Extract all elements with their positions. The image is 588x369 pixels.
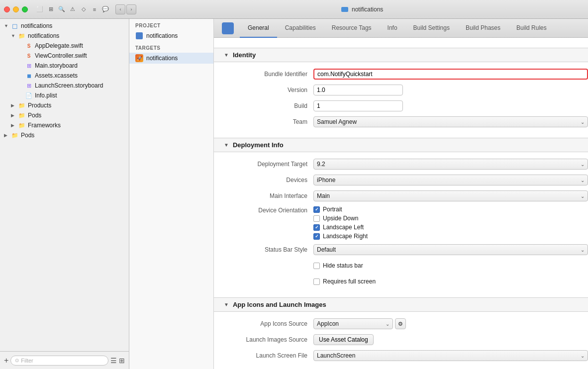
- target-item-label: notifications: [146, 55, 178, 62]
- fullscreen-control: Requires full screen: [313, 278, 588, 285]
- landscapeleft-checkbox[interactable]: [313, 224, 320, 231]
- sidebar-item-appdelegate[interactable]: S AppDelegate.swift: [0, 41, 129, 51]
- toolbar-icons: ⬜ ⊞ 🔍 ⚠ ◇ ≡ 💬: [36, 5, 109, 13]
- build-input[interactable]: [313, 100, 403, 111]
- disclosure-arrow: ▶: [11, 113, 18, 118]
- landscaperight-label: Landscape Right: [323, 233, 368, 240]
- tab-resource-tags[interactable]: Resource Tags: [324, 19, 380, 38]
- sidebar-item-viewcontroller[interactable]: S ViewController.swift: [0, 51, 129, 61]
- window-title: notifications: [140, 6, 584, 13]
- search-icon[interactable]: 🔍: [58, 5, 66, 13]
- use-asset-catalog-button[interactable]: Use Asset Catalog: [313, 334, 374, 345]
- grid-icon[interactable]: ⊞: [47, 5, 55, 13]
- project-section-header: PROJECT: [129, 19, 213, 30]
- file-navigator: ▼ ◻ notifications ▼ 📁 notifications S Ap…: [0, 19, 129, 369]
- icons-source-gear-button[interactable]: ⚙: [395, 318, 406, 329]
- comment-icon[interactable]: 💬: [101, 5, 109, 13]
- list-view-icon[interactable]: ☰: [110, 357, 117, 365]
- close-button[interactable]: [4, 6, 10, 12]
- app-icons-section-title: App Icons and Launch Images: [233, 301, 326, 308]
- identity-section-title: Identity: [233, 51, 256, 59]
- bundle-identifier-input[interactable]: [313, 69, 588, 80]
- statusbar-select[interactable]: Default ⌄: [313, 244, 588, 255]
- identity-section: ▼ Identity Bundle Identifier Version: [214, 48, 588, 138]
- folder-icon: 📁: [11, 131, 19, 139]
- tab-info[interactable]: Info: [380, 19, 405, 38]
- expand-icon[interactable]: ⊞: [119, 357, 125, 365]
- sidebar-item-launchscreen[interactable]: ⊞ LaunchScreen.storyboard: [0, 81, 129, 91]
- team-select[interactable]: Samuel Agnew ⌄: [313, 116, 588, 127]
- project-icon: ◻: [11, 22, 19, 30]
- orientation-upsidedown-row: Upside Down: [313, 215, 588, 222]
- upsidedown-checkbox[interactable]: [313, 215, 320, 222]
- bookmark-icon[interactable]: ◇: [80, 5, 88, 13]
- sidebar-item-pods-root[interactable]: ▶ 📁 Pods: [0, 130, 129, 140]
- identity-disclosure[interactable]: ▼: [224, 52, 229, 58]
- deployment-target-row: Deployment Target 9.2 ⌄: [214, 158, 588, 170]
- sidebar-item-notifications-folder[interactable]: ▼ 📁 notifications: [0, 31, 129, 41]
- sidebar-footer: + ⊙ Filter ☰ ⊞: [0, 351, 129, 369]
- team-select-value: Samuel Agnew: [317, 118, 579, 125]
- deployment-section-title: Deployment Info: [233, 141, 284, 149]
- titlebar: ⬜ ⊞ 🔍 ⚠ ◇ ≡ 💬 ‹ › notifications: [0, 0, 588, 19]
- minimize-button[interactable]: [13, 6, 19, 12]
- sidebar-item-mainstoryboard[interactable]: ⊞ Main.storyboard: [0, 61, 129, 71]
- file-tree: ▼ ◻ notifications ▼ 📁 notifications S Ap…: [0, 19, 129, 351]
- devices-chevron-icon: ⌄: [581, 178, 585, 183]
- target-item-notifications[interactable]: 🚀 notifications: [129, 53, 213, 64]
- project-item-notifications[interactable]: notifications: [129, 30, 213, 41]
- orientation-landscaperight-row: Landscape Right: [313, 233, 588, 240]
- folder-icon: 📁: [18, 101, 26, 109]
- swift-file-icon: S: [25, 42, 33, 50]
- app-icons-disclosure[interactable]: ▼: [224, 302, 229, 307]
- sidebar-item-frameworks[interactable]: ▶ 📁 Frameworks: [0, 120, 129, 130]
- orientation-portrait-row: Portrait: [313, 206, 588, 213]
- tab-general[interactable]: General: [240, 19, 277, 38]
- back-button[interactable]: ‹: [115, 4, 125, 14]
- sidebar-item-infoplist[interactable]: 📄 Info.plist: [0, 91, 129, 100]
- deployment-target-select[interactable]: 9.2 ⌄: [313, 159, 588, 170]
- add-button[interactable]: +: [4, 357, 8, 365]
- filter-input-container[interactable]: ⊙ Filter: [10, 356, 108, 366]
- fullscreen-checkbox[interactable]: [313, 278, 320, 285]
- warning-icon[interactable]: ⚠: [69, 5, 77, 13]
- tab-build-phases[interactable]: Build Phases: [458, 19, 508, 38]
- xcassets-icon: ◼: [25, 72, 33, 80]
- icons-source-label: App Icons Source: [214, 320, 313, 327]
- forward-button[interactable]: ›: [126, 4, 136, 14]
- launch-source-control: Use Asset Catalog: [313, 334, 588, 345]
- tab-build-rules[interactable]: Build Rules: [508, 19, 555, 38]
- disclosure-arrow: ▶: [11, 123, 18, 128]
- icons-source-select[interactable]: AppIcon ⌄: [313, 318, 393, 329]
- hide-statusbar-checkbox[interactable]: [313, 263, 320, 269]
- tab-build-settings[interactable]: Build Settings: [405, 19, 458, 38]
- sidebar-item-products[interactable]: ▶ 📁 Products: [0, 100, 129, 110]
- deployment-form: Deployment Target 9.2 ⌄ Devices: [214, 152, 588, 297]
- project-item-label: notifications: [146, 32, 178, 39]
- devices-select[interactable]: iPhone ⌄: [313, 175, 588, 185]
- deployment-disclosure[interactable]: ▼: [224, 142, 229, 148]
- icons-source-value: AppIcon: [317, 320, 384, 327]
- orientation-row: Device Orientation Portrait Upside Down: [214, 206, 588, 240]
- identity-form: Bundle Identifier Version Bu: [214, 62, 588, 138]
- portrait-checkbox[interactable]: [313, 206, 320, 213]
- sidebar-item-pods[interactable]: ▶ 📁 Pods: [0, 110, 129, 120]
- main-interface-label: Main Interface: [214, 192, 313, 199]
- sidebar-item-label: Info.plist: [35, 92, 57, 99]
- launch-screen-chevron-icon: ⌄: [581, 353, 585, 359]
- landscaperight-checkbox[interactable]: [313, 233, 320, 240]
- devices-label: Devices: [214, 177, 313, 184]
- maximize-button[interactable]: [22, 6, 28, 12]
- statusbar-value: Default: [317, 246, 579, 253]
- launch-screen-select[interactable]: LaunchScreen ⌄: [313, 350, 588, 361]
- build-control: [313, 100, 588, 111]
- tab-capabilities[interactable]: Capabilities: [277, 19, 324, 38]
- sidebar-item-xcassets[interactable]: ◼ Assets.xcassets: [0, 71, 129, 81]
- list-icon[interactable]: ≡: [91, 5, 98, 13]
- main-interface-select[interactable]: Main ⌄: [313, 190, 588, 201]
- main-interface-row: Main Interface Main ⌄: [214, 190, 588, 202]
- sidebar-toggle-icon[interactable]: ⬜: [36, 5, 44, 13]
- sidebar-item-notifications-root[interactable]: ▼ ◻ notifications: [0, 21, 129, 31]
- version-input[interactable]: [313, 85, 403, 95]
- disclosure-arrow: ▼: [11, 33, 18, 38]
